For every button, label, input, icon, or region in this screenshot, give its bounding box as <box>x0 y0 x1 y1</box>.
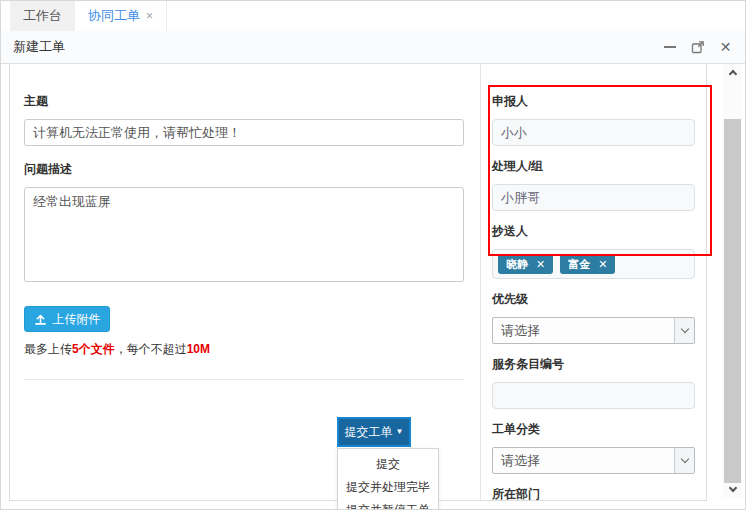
cc-tag: 晓静 ✕ <box>498 254 553 274</box>
dialog-title: 新建工单 <box>13 38 65 56</box>
upload-attachment-button[interactable]: 上传附件 <box>24 306 110 332</box>
tab-close-icon[interactable]: × <box>146 9 153 23</box>
scrollbar-thumb[interactable] <box>724 119 741 483</box>
department-label: 所在部门 <box>492 486 695 503</box>
hint-max-size: 10M <box>187 342 210 356</box>
description-label: 问题描述 <box>24 161 464 178</box>
cc-tags-field[interactable]: 晓静 ✕ 富金 ✕ <box>492 249 695 279</box>
caret-down-icon: ▼ <box>396 428 404 436</box>
maximize-icon[interactable] <box>690 40 705 55</box>
chevron-down-icon <box>680 325 688 333</box>
cc-tag-name: 富金 <box>568 257 590 272</box>
new-workorder-form: 主题 问题描述 经常出现蓝屏 上传附件 最多上传5个文件，每个不超过10M 提交… <box>9 64 707 501</box>
submit-dropdown-menu: 提交 提交并处理完毕 提交并暂停工单 <box>337 448 439 510</box>
menu-item-submit-complete[interactable]: 提交并处理完毕 <box>338 476 438 499</box>
hint-text-2: ，每个不超过 <box>115 342 187 356</box>
submit-workorder-button[interactable]: 提交工单 ▼ <box>337 417 411 447</box>
handler-input[interactable] <box>492 184 695 211</box>
chevron-down-icon <box>680 455 688 463</box>
tag-remove-icon[interactable]: ✕ <box>536 259 545 270</box>
reporter-input[interactable] <box>492 119 695 146</box>
upload-icon <box>34 313 47 326</box>
hint-text: 最多上传 <box>24 342 72 356</box>
reporter-label: 申报人 <box>492 93 695 110</box>
divider <box>24 379 464 380</box>
upload-button-label: 上传附件 <box>53 311 101 328</box>
submit-button-label: 提交工单 <box>345 424 393 441</box>
scrollbar[interactable] <box>723 64 742 498</box>
tab-collab-label: 协同工单 <box>88 8 140 23</box>
tab-workbench-label: 工作台 <box>23 8 62 23</box>
dialog-titlebar: 新建工单 ✕ <box>1 31 745 64</box>
scroll-down-button[interactable] <box>723 481 742 498</box>
priority-label: 优先级 <box>492 291 695 308</box>
tab-bar: 工作台 协同工单× <box>1 1 745 31</box>
category-selected-value: 请选择 <box>493 452 674 470</box>
category-select[interactable]: 请选择 <box>492 447 695 474</box>
cc-tag: 富金 ✕ <box>560 254 615 274</box>
chevron-down-icon <box>728 484 736 492</box>
cc-tag-name: 晓静 <box>506 257 528 272</box>
tag-remove-icon[interactable]: ✕ <box>598 259 607 270</box>
form-right-column: 申报人 处理人/组 抄送人 晓静 ✕ 富金 ✕ 优先级 <box>480 64 707 500</box>
category-label: 工单分类 <box>492 421 695 438</box>
app-window: 工作台 协同工单× 新建工单 ✕ 主题 问题描述 经常出现蓝屏 <box>0 0 746 510</box>
form-left-column: 主题 问题描述 经常出现蓝屏 上传附件 最多上传5个文件，每个不超过10M 提交… <box>24 64 464 447</box>
menu-item-submit[interactable]: 提交 <box>338 453 438 476</box>
subject-label: 主题 <box>24 93 464 110</box>
service-item-input[interactable] <box>492 382 695 409</box>
service-item-label: 服务条目编号 <box>492 356 695 373</box>
minimize-icon[interactable] <box>662 40 677 55</box>
scroll-up-button[interactable] <box>723 64 742 81</box>
window-controls: ✕ <box>662 40 733 55</box>
menu-item-submit-pause[interactable]: 提交并暂停工单 <box>338 499 438 510</box>
description-textarea[interactable]: 经常出现蓝屏 <box>24 187 464 282</box>
close-icon[interactable]: ✕ <box>718 40 733 55</box>
priority-select[interactable]: 请选择 <box>492 317 695 344</box>
handler-label: 处理人/组 <box>492 158 695 175</box>
select-arrow <box>674 448 694 473</box>
subject-input[interactable] <box>24 119 464 146</box>
tab-workbench[interactable]: 工作台 <box>10 1 75 31</box>
tab-collab-workorder[interactable]: 协同工单× <box>75 1 167 31</box>
submit-area: 提交工单 ▼ 提交 提交并处理完毕 提交并暂停工单 <box>337 417 411 447</box>
priority-selected-value: 请选择 <box>493 322 674 340</box>
chevron-up-icon <box>728 70 736 78</box>
upload-hint: 最多上传5个文件，每个不超过10M <box>24 341 464 358</box>
select-arrow <box>674 318 694 343</box>
cc-label: 抄送人 <box>492 223 695 240</box>
hint-max-files: 5个文件 <box>72 342 115 356</box>
